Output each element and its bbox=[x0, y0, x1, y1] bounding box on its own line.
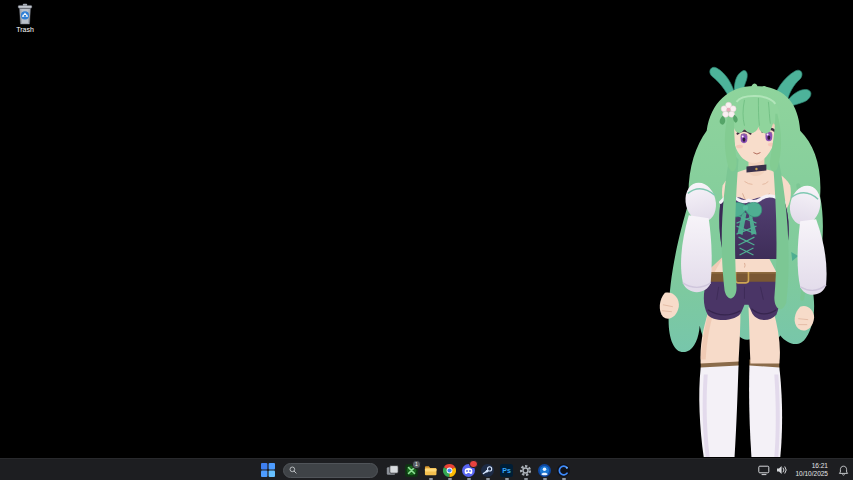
chest-bow bbox=[743, 205, 748, 210]
photoshop-ps-text: Ps bbox=[502, 467, 511, 474]
notification-center-button[interactable] bbox=[836, 459, 850, 480]
task-view-icon bbox=[386, 464, 399, 477]
blue-swirl-app-icon bbox=[557, 464, 570, 477]
taskbar-search[interactable] bbox=[283, 463, 378, 478]
search-icon bbox=[289, 466, 297, 474]
trash-can-icon bbox=[14, 3, 36, 25]
taskbar-clock[interactable]: 16:21 10/10/2025 bbox=[793, 459, 830, 480]
folder-icon bbox=[424, 464, 437, 477]
blue-profile-app-icon bbox=[538, 464, 551, 477]
taskbar-app-blue-profile[interactable] bbox=[535, 459, 554, 480]
clock-date: 10/10/2025 bbox=[795, 470, 828, 478]
taskbar-app-photoshop[interactable]: Ps bbox=[497, 459, 516, 480]
taskbar: 1 bbox=[0, 458, 853, 480]
discord-badge bbox=[469, 460, 478, 468]
xbox-badge: 1 bbox=[412, 460, 421, 469]
system-tray: 16:21 10/10/2025 bbox=[757, 459, 850, 480]
windows-logo-icon bbox=[261, 463, 275, 477]
display-icon bbox=[758, 465, 770, 476]
desktop-wallpaper: Trash bbox=[0, 0, 853, 480]
tray-display-button[interactable] bbox=[757, 459, 771, 480]
tray-volume-button[interactable] bbox=[775, 459, 789, 480]
taskbar-center-group: 1 bbox=[258, 459, 573, 480]
search-input[interactable] bbox=[297, 467, 372, 474]
anime-mascot bbox=[649, 55, 838, 458]
trash-desktop-icon[interactable]: Trash bbox=[7, 3, 43, 33]
gear-icon bbox=[519, 464, 532, 477]
chrome-icon bbox=[443, 464, 456, 477]
photoshop-icon: Ps bbox=[500, 464, 513, 477]
taskbar-app-file-explorer[interactable] bbox=[421, 459, 440, 480]
clock-time: 16:21 bbox=[812, 462, 828, 470]
task-view-button[interactable] bbox=[383, 459, 402, 480]
taskbar-app-chrome[interactable] bbox=[440, 459, 459, 480]
steam-icon bbox=[481, 464, 494, 477]
taskbar-app-blue-swirl[interactable] bbox=[554, 459, 573, 480]
trash-label: Trash bbox=[7, 26, 43, 33]
start-button[interactable] bbox=[258, 459, 277, 480]
taskbar-app-steam[interactable] bbox=[478, 459, 497, 480]
taskbar-app-xbox[interactable]: 1 bbox=[402, 459, 421, 480]
bell-icon bbox=[838, 465, 849, 476]
anime-mascot-art bbox=[649, 55, 838, 458]
taskbar-app-settings[interactable] bbox=[516, 459, 535, 480]
taskbar-app-discord[interactable] bbox=[459, 459, 478, 480]
volume-icon bbox=[776, 465, 788, 475]
